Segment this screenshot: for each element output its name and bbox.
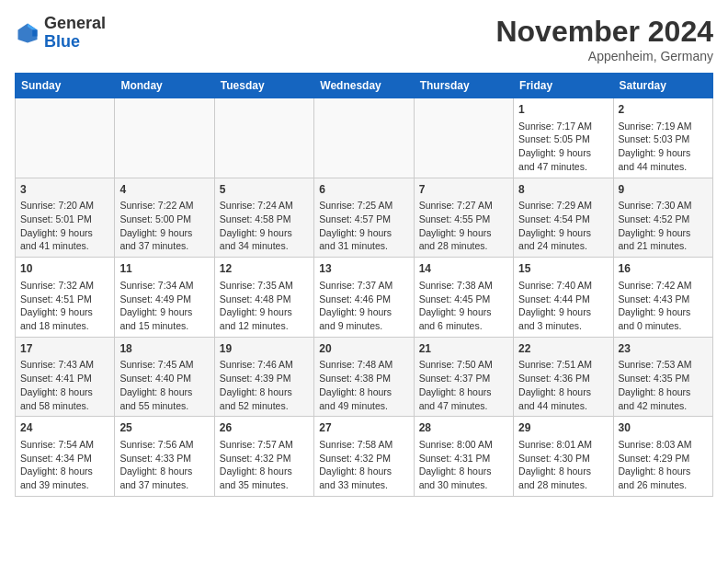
day-number: 9 [619,182,708,198]
sunset-text: Sunset: 4:40 PM [119,372,209,385]
sunrise-text: Sunrise: 7:38 AM [419,279,508,293]
table-row: 21Sunrise: 7:50 AMSunset: 4:37 PMDayligh… [414,337,513,417]
table-row: 5Sunrise: 7:24 AMSunset: 4:58 PMDaylight… [214,178,313,258]
sunset-text: Sunset: 4:35 PM [619,372,708,385]
table-row: 26Sunrise: 7:57 AMSunset: 4:32 PMDayligh… [214,417,313,497]
sunrise-text: Sunrise: 7:17 AM [518,120,608,133]
sunrise-text: Sunrise: 7:40 AM [518,279,608,293]
sunset-text: Sunset: 4:30 PM [518,452,608,465]
day-number: 4 [119,182,209,198]
col-thursday: Thursday [414,74,513,98]
calendar-table: Sunday Monday Tuesday Wednesday Thursday… [15,73,713,497]
table-row: 11Sunrise: 7:34 AMSunset: 4:49 PMDayligh… [115,258,214,338]
sunrise-text: Sunrise: 7:50 AM [419,358,508,372]
table-row: 29Sunrise: 8:01 AMSunset: 4:30 PMDayligh… [514,417,613,497]
daylight-text: Daylight: 9 hours and 6 minutes. [419,305,508,332]
day-number: 30 [619,420,708,436]
daylight-text: Daylight: 9 hours and 24 minutes. [518,226,608,253]
table-row: 15Sunrise: 7:40 AMSunset: 4:44 PMDayligh… [514,258,613,338]
table-row: 22Sunrise: 7:51 AMSunset: 4:36 PMDayligh… [514,337,613,417]
sunset-text: Sunset: 4:29 PM [619,452,708,465]
daylight-text: Daylight: 8 hours and 39 minutes. [20,465,109,491]
sunset-text: Sunset: 4:38 PM [319,372,408,385]
sunrise-text: Sunrise: 7:30 AM [619,199,708,213]
daylight-text: Daylight: 8 hours and 42 minutes. [619,385,708,412]
daylight-text: Daylight: 9 hours and 15 minutes. [119,305,209,332]
day-number: 11 [119,261,209,277]
sunset-text: Sunset: 4:41 PM [20,372,109,385]
day-number: 16 [619,261,708,277]
table-row: 10Sunrise: 7:32 AMSunset: 4:51 PMDayligh… [16,258,115,338]
table-row: 2Sunrise: 7:19 AMSunset: 5:03 PMDaylight… [613,98,712,178]
calendar-week-2: 3Sunrise: 7:20 AMSunset: 5:01 PMDaylight… [16,178,713,258]
table-row [414,98,513,178]
day-number: 1 [518,102,608,118]
table-row: 7Sunrise: 7:27 AMSunset: 4:55 PMDaylight… [414,178,513,258]
sunset-text: Sunset: 4:49 PM [119,293,209,306]
day-number: 19 [220,341,309,357]
calendar-week-4: 17Sunrise: 7:43 AMSunset: 4:41 PMDayligh… [16,337,713,417]
sunrise-text: Sunrise: 7:32 AM [20,279,109,293]
sunset-text: Sunset: 5:05 PM [518,132,608,146]
sunrise-text: Sunrise: 7:24 AM [220,199,309,213]
table-row: 25Sunrise: 7:56 AMSunset: 4:33 PMDayligh… [115,417,214,497]
sunrise-text: Sunrise: 8:01 AM [518,438,608,452]
col-sunday: Sunday [16,74,115,98]
table-row: 16Sunrise: 7:42 AMSunset: 4:43 PMDayligh… [613,258,712,338]
sunset-text: Sunset: 4:48 PM [220,293,309,306]
sunrise-text: Sunrise: 7:42 AM [619,279,708,293]
day-number: 24 [20,420,109,436]
daylight-text: Daylight: 9 hours and 37 minutes. [119,226,209,253]
sunrise-text: Sunrise: 7:37 AM [319,279,408,293]
calendar-week-5: 24Sunrise: 7:54 AMSunset: 4:34 PMDayligh… [16,417,713,497]
table-row [314,98,414,178]
sunrise-text: Sunrise: 7:53 AM [619,358,708,372]
table-row: 13Sunrise: 7:37 AMSunset: 4:46 PMDayligh… [314,258,414,338]
daylight-text: Daylight: 9 hours and 47 minutes. [518,146,608,173]
daylight-text: Daylight: 9 hours and 34 minutes. [220,226,309,253]
table-row [115,98,214,178]
daylight-text: Daylight: 9 hours and 44 minutes. [619,146,708,173]
sunset-text: Sunset: 4:46 PM [319,293,408,306]
table-row: 30Sunrise: 8:03 AMSunset: 4:29 PMDayligh… [613,417,712,497]
day-number: 28 [419,420,508,436]
logo-blue-text: Blue [44,32,80,51]
day-number: 18 [119,341,209,357]
daylight-text: Daylight: 8 hours and 49 minutes. [319,385,408,412]
sunset-text: Sunset: 4:45 PM [419,293,508,306]
daylight-text: Daylight: 8 hours and 28 minutes. [518,465,608,491]
table-row: 6Sunrise: 7:25 AMSunset: 4:57 PMDaylight… [314,178,414,258]
sunset-text: Sunset: 4:52 PM [619,213,708,226]
sunset-text: Sunset: 4:54 PM [518,213,608,226]
sunset-text: Sunset: 4:34 PM [20,452,109,465]
daylight-text: Daylight: 9 hours and 31 minutes. [319,226,408,253]
day-number: 13 [319,261,408,277]
sunrise-text: Sunrise: 8:00 AM [419,438,508,452]
sunrise-text: Sunrise: 7:35 AM [220,279,309,293]
sunset-text: Sunset: 4:58 PM [220,213,309,226]
table-row: 17Sunrise: 7:43 AMSunset: 4:41 PMDayligh… [16,337,115,417]
table-row [16,98,115,178]
sunset-text: Sunset: 4:31 PM [419,452,508,465]
day-number: 20 [319,341,408,357]
sunrise-text: Sunrise: 7:20 AM [20,199,109,213]
day-number: 26 [220,420,309,436]
daylight-text: Daylight: 9 hours and 28 minutes. [419,226,508,253]
sunrise-text: Sunrise: 7:34 AM [119,279,209,293]
day-number: 5 [220,182,309,198]
table-row: 3Sunrise: 7:20 AMSunset: 5:01 PMDaylight… [16,178,115,258]
logo-icon [15,20,40,46]
sunset-text: Sunset: 4:33 PM [119,452,209,465]
day-number: 3 [20,182,109,198]
daylight-text: Daylight: 8 hours and 44 minutes. [518,385,608,412]
day-number: 14 [419,261,508,277]
table-row: 4Sunrise: 7:22 AMSunset: 5:00 PMDaylight… [115,178,214,258]
day-number: 27 [319,420,408,436]
daylight-text: Daylight: 8 hours and 33 minutes. [319,465,408,491]
sunset-text: Sunset: 4:39 PM [220,372,309,385]
calendar-header-row: Sunday Monday Tuesday Wednesday Thursday… [16,74,713,98]
sunset-text: Sunset: 4:32 PM [319,452,408,465]
logo-general-text: General [44,14,106,32]
table-row: 23Sunrise: 7:53 AMSunset: 4:35 PMDayligh… [613,337,712,417]
day-number: 10 [20,261,109,277]
